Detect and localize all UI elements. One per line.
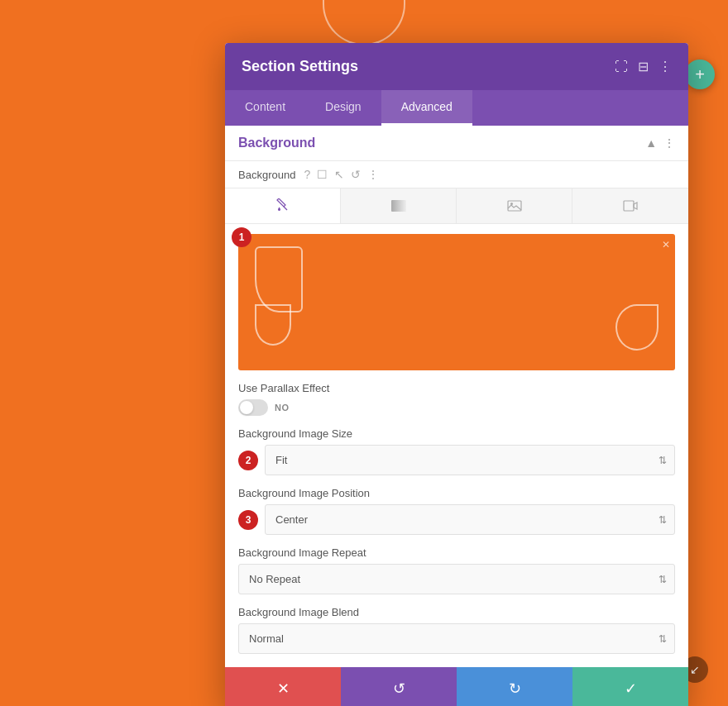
parallax-field: Use Parallax Effect NO xyxy=(238,382,675,416)
modal-header: Section Settings ⛶ ⊟ ⋮ xyxy=(225,43,688,90)
bg-controls-bar: Background ? ☐ ↖ ↺ ⋮ xyxy=(225,161,688,188)
modal-title: Section Settings xyxy=(242,58,358,75)
fullscreen-icon[interactable]: ⛶ xyxy=(615,60,628,74)
bg-size-container: Fit Cover Stretch Actual Size ⇅ xyxy=(265,445,675,475)
bg-position-select[interactable]: Center Top Left Top Center Top Right Cen… xyxy=(265,504,675,535)
preview-dismiss-icon[interactable]: ✕ xyxy=(662,239,670,250)
badge-1: 1 xyxy=(232,227,251,247)
reset-icon[interactable]: ↺ xyxy=(351,168,361,181)
bg-type-video[interactable] xyxy=(572,188,688,223)
bg-control-icons: ? ☐ ↖ ↺ ⋮ xyxy=(304,168,379,181)
parallax-toggle-text: NO xyxy=(275,403,290,413)
svg-point-2 xyxy=(510,203,513,205)
bg-type-image[interactable] xyxy=(457,188,572,223)
bg-type-color[interactable] xyxy=(225,188,341,223)
bg-size-select-wrapper: 2 Fit Cover Stretch Actual Size ⇅ xyxy=(238,445,675,475)
tab-content[interactable]: Content xyxy=(225,90,305,126)
help-icon[interactable]: ? xyxy=(304,168,310,181)
parallax-toggle[interactable] xyxy=(238,399,268,416)
parallax-label: Use Parallax Effect xyxy=(238,382,675,394)
svg-rect-3 xyxy=(624,201,634,211)
video-icon xyxy=(623,200,638,212)
more-options-icon[interactable]: ⋮ xyxy=(659,59,672,74)
save-button[interactable]: ✓ xyxy=(572,667,688,706)
redo-button[interactable]: ↻ xyxy=(457,667,572,706)
bg-preview-wrapper: 1 ✕ xyxy=(238,234,675,370)
tab-design[interactable]: Design xyxy=(305,90,381,126)
action-bar: ✕ ↺ ↻ ✓ xyxy=(225,667,688,706)
bg-position-container: Center Top Left Top Center Top Right Cen… xyxy=(265,504,675,535)
top-decorative-shape xyxy=(323,0,405,45)
paint-bucket-icon xyxy=(275,198,290,213)
preview-shape-3 xyxy=(615,304,659,351)
preview-shape-2 xyxy=(255,304,291,346)
modal-header-icons: ⛶ ⊟ ⋮ xyxy=(615,59,672,74)
bg-blend-label: Background Image Blend xyxy=(238,606,675,618)
gradient-icon xyxy=(391,200,406,212)
bg-type-gradient[interactable] xyxy=(341,188,457,223)
bg-blend-select[interactable]: Normal Multiply Screen Overlay Darken Li… xyxy=(238,623,675,654)
section-heading-title: Background xyxy=(238,136,315,150)
more-icon[interactable]: ⋮ xyxy=(367,168,379,181)
bg-repeat-field: Background Image Repeat No Repeat Repeat… xyxy=(238,546,675,594)
layout-icon[interactable]: ⊟ xyxy=(638,59,649,74)
reset-button[interactable]: ↺ xyxy=(341,667,457,706)
add-fab-button[interactable]: + xyxy=(685,60,715,89)
bg-blend-select-wrapper: Normal Multiply Screen Overlay Darken Li… xyxy=(238,623,675,654)
bg-label: Background xyxy=(238,169,295,181)
bg-blend-field: Background Image Blend Normal Multiply S… xyxy=(238,606,675,654)
bg-position-field: Background Image Position 3 Center Top L… xyxy=(238,487,675,535)
badge-3: 3 xyxy=(238,510,258,530)
section-settings-modal: Section Settings ⛶ ⊟ ⋮ Content Design Ad… xyxy=(225,43,688,706)
bg-repeat-label: Background Image Repeat xyxy=(238,546,675,559)
section-more-icon[interactable]: ⋮ xyxy=(663,136,675,150)
bg-image-preview[interactable]: ✕ xyxy=(238,234,675,370)
tab-advanced[interactable]: Advanced xyxy=(381,90,472,126)
bg-type-tab-bar xyxy=(225,188,688,224)
target-icon[interactable]: ↖ xyxy=(334,168,344,181)
bg-repeat-select-wrapper: No Repeat Repeat Repeat X Repeat Y ⇅ xyxy=(238,564,675,594)
bg-position-label: Background Image Position xyxy=(238,487,675,499)
tab-bar: Content Design Advanced xyxy=(225,90,688,126)
badge-2: 2 xyxy=(238,451,258,470)
form-area: Use Parallax Effect NO Background Image … xyxy=(225,382,688,667)
bg-size-field: Background Image Size 2 Fit Cover Stretc… xyxy=(238,427,675,475)
bg-position-select-wrapper: 3 Center Top Left Top Center Top Right C… xyxy=(238,504,675,535)
preview-shape-1 xyxy=(255,246,303,312)
svg-rect-0 xyxy=(391,200,406,212)
bg-size-label: Background Image Size xyxy=(238,427,675,440)
bg-size-select[interactable]: Fit Cover Stretch Actual Size xyxy=(265,445,675,475)
section-heading-icons: ▲ ⋮ xyxy=(645,136,675,150)
parallax-toggle-row: NO xyxy=(238,399,675,416)
bg-repeat-select[interactable]: No Repeat Repeat Repeat X Repeat Y xyxy=(238,564,675,594)
cancel-button[interactable]: ✕ xyxy=(225,667,341,706)
image-icon xyxy=(507,200,522,212)
collapse-icon[interactable]: ▲ xyxy=(645,136,657,150)
section-heading: Background ▲ ⋮ xyxy=(225,126,688,161)
device-icon[interactable]: ☐ xyxy=(317,168,328,181)
